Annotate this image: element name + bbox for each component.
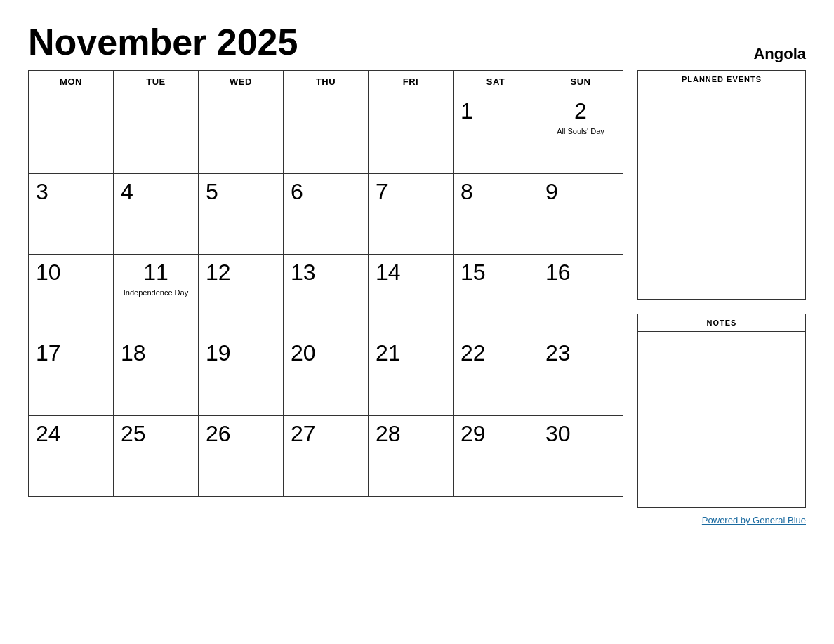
calendar-header: MON TUE WED THU FRI SAT SUN: [29, 71, 623, 93]
col-sun: SUN: [538, 71, 623, 93]
day-number: 13: [291, 260, 361, 285]
calendar-cell: 15: [454, 255, 538, 335]
day-number: 25: [121, 422, 191, 446]
calendar-cell: 27: [284, 416, 369, 497]
day-number: 30: [545, 422, 616, 446]
day-number: 16: [545, 260, 616, 285]
calendar-cell: 26: [199, 416, 284, 497]
day-number: 23: [545, 341, 616, 365]
calendar-cell: 21: [369, 335, 454, 416]
calendar-cell: 17: [29, 335, 114, 416]
calendar-cell: 19: [199, 335, 284, 416]
calendar-body: 1 2 All Souls' Day 345678910 11 Independ…: [29, 93, 623, 497]
calendar-cell: 2 All Souls' Day: [538, 93, 623, 174]
calendar-cell: [199, 93, 284, 174]
calendar-cell: 11 Independence Day: [114, 255, 199, 335]
day-number: 18: [121, 341, 191, 365]
col-wed: WED: [199, 71, 284, 93]
day-number: 22: [461, 341, 531, 365]
calendar-week-row: 10 11 Independence Day 1213141516: [29, 255, 623, 335]
calendar-cell: 8: [454, 174, 538, 255]
notes-box: NOTES: [637, 314, 806, 508]
calendar-week-row: 17181920212223: [29, 335, 623, 416]
calendar-cell: 4: [114, 174, 199, 255]
day-number: 17: [36, 341, 106, 365]
main-layout: MON TUE WED THU FRI SAT SUN 1 2 All Soul…: [28, 70, 806, 508]
planned-events-header: PLANNED EVENTS: [638, 71, 805, 88]
calendar-cell: [29, 93, 114, 174]
col-fri: FRI: [369, 71, 454, 93]
day-number: 5: [206, 180, 276, 204]
day-number: 8: [461, 180, 531, 204]
calendar-cell: [284, 93, 369, 174]
sidebar: PLANNED EVENTS NOTES: [637, 70, 806, 508]
calendar-cell: 7: [369, 174, 454, 255]
day-number: 4: [121, 180, 191, 204]
country-title: Angola: [753, 45, 806, 63]
day-number: 21: [376, 341, 446, 365]
day-number: 10: [36, 260, 106, 285]
day-header-row: MON TUE WED THU FRI SAT SUN: [29, 71, 623, 93]
day-number: 24: [36, 422, 106, 446]
calendar-week-row: 24252627282930: [29, 416, 623, 497]
day-number: 11: [143, 260, 168, 285]
day-number: 9: [545, 180, 616, 204]
calendar-cell: 28: [369, 416, 454, 497]
footer: Powered by General Blue: [28, 514, 806, 526]
day-number: 3: [36, 180, 106, 204]
sidebar-gap: [637, 300, 806, 314]
calendar-cell: 18: [114, 335, 199, 416]
calendar-cell: 20: [284, 335, 369, 416]
calendar-cell: [114, 93, 199, 174]
calendar-cell: 14: [369, 255, 454, 335]
page-header: November 2025 Angola: [28, 21, 806, 63]
calendar-cell: 24: [29, 416, 114, 497]
notes-header: NOTES: [638, 314, 805, 332]
col-sat: SAT: [454, 71, 538, 93]
day-cell-holiday: 2 All Souls' Day: [545, 99, 616, 136]
calendar-cell: 6: [284, 174, 369, 255]
calendar-week-row: 3456789: [29, 174, 623, 255]
calendar-cell: 25: [114, 416, 199, 497]
day-number: 26: [206, 422, 276, 446]
calendar-cell: 23: [538, 335, 623, 416]
calendar-cell: 1: [454, 93, 538, 174]
day-number: 1: [461, 99, 531, 123]
calendar-cell: 22: [454, 335, 538, 416]
calendar-cell: 9: [538, 174, 623, 255]
day-number: 14: [376, 260, 446, 285]
day-number: 29: [461, 422, 531, 446]
calendar-wrapper: MON TUE WED THU FRI SAT SUN 1 2 All Soul…: [28, 70, 623, 497]
calendar-cell: 10: [29, 255, 114, 335]
col-mon: MON: [29, 71, 114, 93]
day-number: 6: [291, 180, 361, 204]
planned-events-box: PLANNED EVENTS: [637, 70, 806, 300]
powered-by-link[interactable]: Powered by General Blue: [702, 515, 806, 525]
day-number: 27: [291, 422, 361, 446]
calendar-cell: 13: [284, 255, 369, 335]
calendar-week-row: 1 2 All Souls' Day: [29, 93, 623, 174]
calendar-cell: 12: [199, 255, 284, 335]
day-number: 2: [574, 99, 587, 123]
calendar-cell: 29: [454, 416, 538, 497]
holiday-label: Independence Day: [124, 288, 188, 297]
day-number: 19: [206, 341, 276, 365]
planned-events-body: [638, 88, 805, 299]
day-number: 28: [376, 422, 446, 446]
calendar-cell: 30: [538, 416, 623, 497]
day-number: 12: [206, 260, 276, 285]
notes-body: [638, 332, 805, 507]
calendar-cell: 16: [538, 255, 623, 335]
day-number: 7: [376, 180, 446, 204]
month-title: November 2025: [28, 21, 298, 63]
col-tue: TUE: [114, 71, 199, 93]
day-cell-holiday: 11 Independence Day: [121, 260, 191, 297]
calendar-cell: 5: [199, 174, 284, 255]
day-number: 15: [461, 260, 531, 285]
col-thu: THU: [284, 71, 369, 93]
calendar-cell: 3: [29, 174, 114, 255]
day-number: 20: [291, 341, 361, 365]
calendar-table: MON TUE WED THU FRI SAT SUN 1 2 All Soul…: [28, 70, 623, 497]
calendar-cell: [369, 93, 454, 174]
holiday-label: All Souls' Day: [557, 126, 604, 136]
